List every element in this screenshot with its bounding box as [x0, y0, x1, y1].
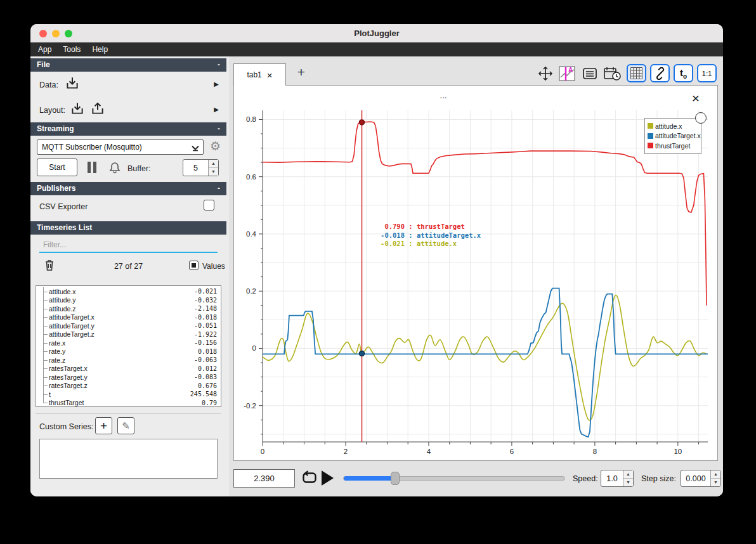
buffer-value: 5 [183, 160, 208, 176]
streaming-section-header[interactable]: Streaming - [30, 122, 226, 136]
link-axes-button[interactable] [650, 64, 670, 82]
load-layout-icon[interactable] [70, 101, 85, 116]
curve-tracker-icon[interactable]: A [558, 65, 577, 82]
values-checkbox[interactable] [189, 261, 199, 270]
datetime-icon[interactable] [603, 65, 623, 82]
legend-handle-icon[interactable] [695, 112, 707, 124]
tab-tab1[interactable]: tab1 × [233, 63, 286, 86]
add-tab-button[interactable]: + [293, 65, 310, 80]
toggle-grid-button[interactable] [627, 64, 646, 82]
streaming-source-select[interactable]: MQTT Subscriber (Mosquitto) [37, 139, 204, 155]
legend-entry-thrustTarget[interactable]: thrustTarget [648, 141, 698, 151]
spin-up-icon[interactable]: ▲ [623, 470, 633, 479]
title-bar: PlotJuggler [30, 24, 723, 42]
speed-label: Speed: [573, 474, 598, 483]
save-layout-icon[interactable] [90, 101, 105, 116]
one-to-one-label: 1:1 [702, 70, 712, 77]
publishers-section-header[interactable]: Publishers - [30, 182, 226, 195]
svg-text:0: 0 [252, 344, 256, 352]
speed-spinbox[interactable]: 1.0 ▲▼ [601, 470, 634, 487]
menu-item-app[interactable]: App [38, 45, 51, 54]
legend-entry-attitudeTarget.x[interactable]: attitudeTarget.x [648, 131, 698, 141]
timeseries-value: 0.012 [198, 365, 217, 372]
timeseries-row-attitudeTarget.z[interactable]: attitudeTarget.z-1.922 [39, 330, 217, 339]
legend-entry-attitude.x[interactable]: attitude.x [648, 121, 698, 131]
timeseries-name: rate.y [49, 347, 198, 355]
data-submenu-arrow-icon[interactable]: ▶ [214, 81, 219, 87]
notifications-bell-icon[interactable] [108, 160, 122, 174]
step-size-label: Step size: [641, 474, 676, 483]
timeseries-name: ratesTarget.x [49, 365, 198, 372]
collapse-icon[interactable]: - [218, 58, 220, 72]
spin-down-icon[interactable]: ▼ [209, 168, 218, 176]
pause-streaming-icon[interactable] [88, 162, 96, 173]
grid-lines [263, 110, 708, 442]
custom-series-list[interactable] [39, 439, 218, 479]
spin-down-icon[interactable]: ▼ [711, 479, 720, 486]
csv-exporter-checkbox[interactable] [204, 200, 214, 210]
filter-input[interactable]: Filter... [43, 240, 66, 249]
time-offset-button[interactable]: to [674, 64, 693, 82]
pan-arrows-icon[interactable] [537, 65, 554, 82]
timeseries-value: 0.018 [198, 348, 217, 355]
plotjuggler-window: PlotJuggler AppToolsHelp File - Data: ▶ … [30, 24, 723, 496]
buffer-spinbox[interactable]: 5 ▲▼ [183, 159, 219, 176]
legend-label: thrustTarget [655, 142, 690, 150]
timeseries-row-ratesTarget.z[interactable]: ratesTarget.z0.676 [39, 382, 217, 391]
file-section-header[interactable]: File - [30, 58, 226, 72]
curve-attitudeTarget.x[interactable] [263, 288, 708, 437]
timeseries-section-header[interactable]: Timeseries List [30, 221, 226, 235]
spin-down-icon[interactable]: ▼ [623, 479, 633, 486]
collapse-icon[interactable]: - [218, 122, 220, 136]
tree-branch-icon [39, 390, 49, 399]
timeseries-row-attitude.x[interactable]: attitude.x-0.021 [39, 287, 217, 296]
timeseries-row-t[interactable]: t245.548 [39, 390, 217, 399]
plot-legend[interactable]: attitude.xattitudeTarget.xthrustTarget [644, 118, 701, 154]
edit-custom-series-button[interactable]: ✎ [117, 417, 134, 434]
load-data-icon[interactable] [65, 75, 80, 91]
timeseries-row-ratesTarget.y[interactable]: ratesTarget.y-0.083 [39, 373, 217, 382]
timeseries-list[interactable]: attitude.x-0.021attitude.y-0.032attitude… [36, 285, 221, 407]
menu-item-tools[interactable]: Tools [63, 45, 81, 54]
loop-playback-icon[interactable] [301, 470, 318, 488]
timeseries-value: -0.063 [194, 356, 217, 363]
time-slider[interactable] [343, 476, 565, 481]
tracker-time-field[interactable]: 2.390 [233, 469, 295, 488]
start-streaming-button[interactable]: Start [37, 159, 77, 176]
timeseries-row-rate.x[interactable]: rate.x-0.156 [39, 339, 217, 347]
plot-panel: tab1 × + A to [229, 56, 723, 496]
timeseries-name: attitude.x [49, 288, 194, 295]
list-view-icon[interactable] [581, 65, 599, 82]
tooltip-line-attitude.x: -0.021 : attitude.x [377, 240, 481, 249]
add-custom-series-button[interactable]: + [95, 417, 112, 434]
svg-text:6: 6 [510, 448, 514, 455]
plot-widget: ... × -0.200.20.40.60.80246810 attitude.… [233, 85, 718, 461]
slider-fill [344, 476, 395, 481]
timeseries-row-attitude.z[interactable]: attitude.z-2.148 [39, 304, 217, 313]
timeseries-row-attitude.y[interactable]: attitude.y-0.032 [39, 296, 217, 305]
slider-handle[interactable] [391, 472, 400, 485]
spin-up-icon[interactable]: ▲ [711, 470, 720, 479]
streaming-settings-gear-icon[interactable]: ⚙ [210, 139, 221, 153]
play-button[interactable] [322, 470, 334, 486]
chevron-down-icon [190, 143, 200, 153]
collapse-icon[interactable]: - [218, 182, 220, 195]
tab-close-icon[interactable]: × [267, 70, 273, 81]
timeseries-value: -0.156 [194, 339, 217, 346]
plot-title[interactable]: ... [436, 91, 451, 100]
layout-submenu-arrow-icon[interactable]: ▶ [214, 106, 219, 113]
ratio-1to1-button[interactable]: 1:1 [697, 64, 717, 82]
timeseries-row-attitudeTarget.x[interactable]: attitudeTarget.x-0.018 [39, 313, 217, 322]
csv-exporter-label: CSV Exporter [39, 202, 88, 211]
menu-item-help[interactable]: Help [92, 45, 108, 54]
timeseries-row-rate.z[interactable]: rate.z-0.063 [39, 356, 217, 365]
timeseries-row-attitudeTarget.y[interactable]: attitudeTarget.y-0.051 [39, 321, 217, 330]
curve-attitude.x[interactable] [263, 295, 707, 420]
timeseries-row-ratesTarget.x[interactable]: ratesTarget.x0.012 [39, 365, 217, 373]
curve-thrustTarget[interactable] [263, 122, 707, 306]
spin-up-icon[interactable]: ▲ [209, 160, 218, 168]
timeseries-row-rate.y[interactable]: rate.y0.018 [39, 347, 217, 356]
timeseries-row-thrustTarget[interactable]: thrustTarget0.79 [39, 399, 217, 408]
plot-close-icon[interactable]: × [692, 92, 700, 105]
step-size-spinbox[interactable]: 0.000 ▲▼ [681, 470, 721, 487]
